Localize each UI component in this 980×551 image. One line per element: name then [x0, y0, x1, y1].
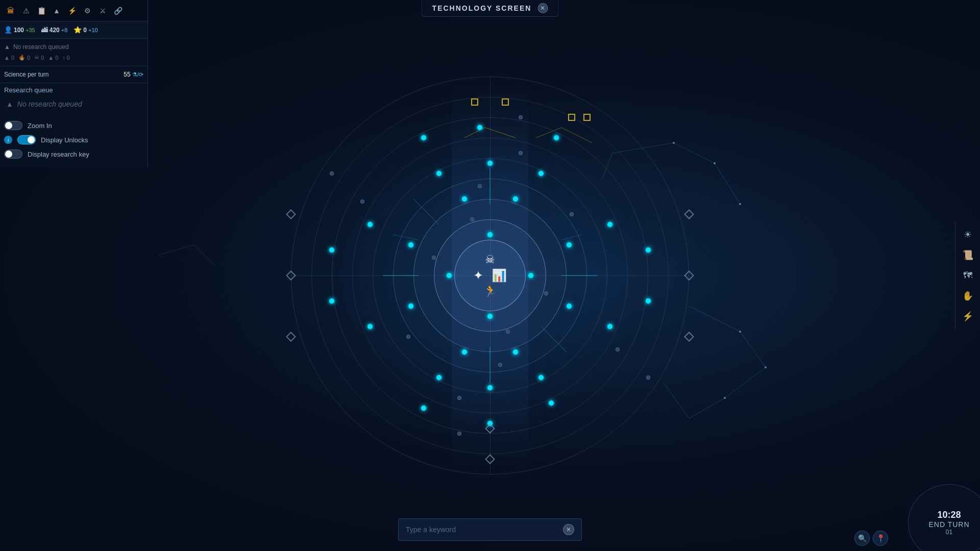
- tech-node-locked[interactable]: [457, 432, 461, 436]
- tech-node[interactable]: [646, 298, 651, 304]
- nav-icon-scroll[interactable]: 📋: [35, 4, 48, 17]
- tech-node-locked[interactable]: [457, 396, 461, 400]
- tech-node[interactable]: [408, 304, 413, 309]
- stars-delta: +10: [88, 27, 98, 33]
- nav-icon-city[interactable]: 🏛: [4, 4, 17, 17]
- display-unlocks-toggle[interactable]: [17, 135, 36, 144]
- status-item-1: ▲ 0: [4, 55, 14, 61]
- tech-node-locked[interactable]: [506, 330, 510, 334]
- tech-node[interactable]: [607, 222, 612, 227]
- tech-node[interactable]: [549, 400, 554, 406]
- research-queue-label: Research queue: [0, 83, 148, 96]
- tech-node-locked[interactable]: [544, 291, 548, 295]
- tech-node-locked[interactable]: [470, 217, 474, 221]
- tech-node[interactable]: [487, 314, 493, 319]
- tech-node[interactable]: [487, 385, 493, 390]
- tech-node[interactable]: [487, 232, 493, 237]
- tech-node-locked[interactable]: [519, 151, 523, 155]
- tech-node-locked[interactable]: [498, 363, 502, 367]
- tech-node[interactable]: [421, 406, 426, 411]
- display-unlocks-info[interactable]: i: [4, 136, 12, 144]
- tech-node[interactable]: [538, 171, 544, 176]
- nav-icon-alert[interactable]: ⚠: [19, 4, 33, 17]
- tech-node-locked[interactable]: [330, 171, 334, 176]
- tech-node[interactable]: [538, 375, 544, 380]
- nav-icon-military[interactable]: ⚔: [96, 4, 109, 17]
- tech-node[interactable]: [408, 242, 413, 247]
- minimap-zoom-icon[interactable]: 🔍: [854, 531, 870, 546]
- tech-node[interactable]: [513, 196, 518, 202]
- tech-node[interactable]: [436, 375, 442, 380]
- tech-node-locked[interactable]: [478, 184, 482, 188]
- center-icon-runner: 🏃: [483, 285, 497, 298]
- keyword-input[interactable]: [406, 525, 563, 534]
- tech-node-locked[interactable]: [616, 347, 620, 352]
- tech-node[interactable]: [477, 125, 482, 130]
- sidebar-panel: 🏛 ⚠ 📋 ▲ ⚡ ⚙ ⚔ 🔗 👤 100 +35 🏙 420 +8 ⭐ 0 +…: [0, 0, 148, 167]
- tech-node[interactable]: [554, 135, 559, 140]
- keyword-search-bar: ✕: [398, 518, 582, 541]
- tech-tree[interactable]: ☠ ✦ 📊 🏃: [291, 77, 689, 474]
- tech-node[interactable]: [329, 298, 334, 304]
- nav-icon-science[interactable]: ▲: [50, 4, 63, 17]
- science-per-turn-row: Science per turn 55 ⚗/⟳: [4, 69, 143, 80]
- display-unlocks-control: i Display Unlocks: [4, 133, 143, 147]
- tech-node[interactable]: [447, 273, 452, 278]
- tech-node[interactable]: [436, 171, 442, 176]
- display-research-key-toggle[interactable]: [4, 149, 22, 159]
- right-icon-lightning[interactable]: ⚡: [959, 307, 977, 325]
- tech-node[interactable]: [487, 161, 493, 166]
- tech-node-locked[interactable]: [570, 212, 574, 216]
- population-icon: 👤: [4, 26, 12, 34]
- end-turn-number: 01: [946, 529, 952, 536]
- right-icon-scroll[interactable]: 📜: [959, 246, 977, 264]
- bottom-right-icons: 🔍 📍: [854, 531, 888, 546]
- tech-node[interactable]: [421, 135, 426, 140]
- tech-node[interactable]: [607, 324, 612, 329]
- tech-node[interactable]: [567, 304, 572, 309]
- tech-node-locked[interactable]: [406, 335, 410, 339]
- tech-node[interactable]: [462, 349, 467, 355]
- tech-node[interactable]: [329, 247, 334, 253]
- tech-node[interactable]: [368, 222, 373, 227]
- status-val-1: 0: [11, 55, 14, 61]
- tech-node-special[interactable]: [502, 98, 509, 106]
- tech-node[interactable]: [513, 349, 518, 355]
- tech-node-locked[interactable]: [432, 256, 436, 260]
- tech-node[interactable]: [368, 324, 373, 329]
- nav-icon-hero[interactable]: ⚡: [65, 4, 79, 17]
- right-icon-map[interactable]: 🗺: [959, 266, 977, 285]
- minimap-pin-icon[interactable]: 📍: [873, 531, 888, 546]
- tech-node-special[interactable]: [568, 114, 575, 121]
- nav-icon-diplomacy[interactable]: 🔗: [111, 4, 125, 17]
- tech-node-special[interactable]: [583, 114, 591, 121]
- center-icon-skull: ☠: [485, 253, 495, 266]
- right-icon-sun[interactable]: ☀: [959, 226, 977, 244]
- tech-node-special[interactable]: [471, 98, 478, 106]
- queue-no-item: ▲ No research queued: [4, 42, 143, 52]
- end-turn-panel: 10:28 END TURN 01: [898, 474, 980, 551]
- tech-node[interactable]: [646, 247, 651, 253]
- status-icon-4: ▲: [48, 55, 54, 61]
- science-per-turn-label: Science per turn: [4, 71, 48, 78]
- keyword-close-button[interactable]: ✕: [563, 524, 574, 535]
- center-icons: ☠ ✦ 📊 🏃: [454, 240, 526, 311]
- right-panel: ☀ 📜 🗺 ✋ ⚡: [955, 221, 980, 330]
- resource-population: 👤 100 +35: [4, 26, 35, 34]
- status-val-2: 0: [27, 55, 30, 61]
- tech-node-locked[interactable]: [646, 375, 650, 380]
- tech-node-locked[interactable]: [519, 115, 523, 119]
- stars-value: 0: [83, 27, 87, 34]
- nav-icon-settings[interactable]: ⚙: [81, 4, 94, 17]
- tech-node[interactable]: [528, 273, 533, 278]
- tech-node[interactable]: [462, 196, 467, 202]
- close-button[interactable]: ✕: [537, 3, 548, 13]
- tech-node[interactable]: [567, 242, 572, 247]
- tech-node-locked[interactable]: [360, 199, 364, 204]
- right-icon-hand[interactable]: ✋: [959, 287, 977, 305]
- end-turn-button[interactable]: 10:28 END TURN 01: [908, 484, 980, 551]
- center-icon-star: ✦: [473, 268, 483, 283]
- zoom-in-toggle[interactable]: [4, 121, 22, 130]
- status-item-4: ▲ 0: [48, 55, 58, 61]
- display-unlocks-thumb: [28, 136, 35, 143]
